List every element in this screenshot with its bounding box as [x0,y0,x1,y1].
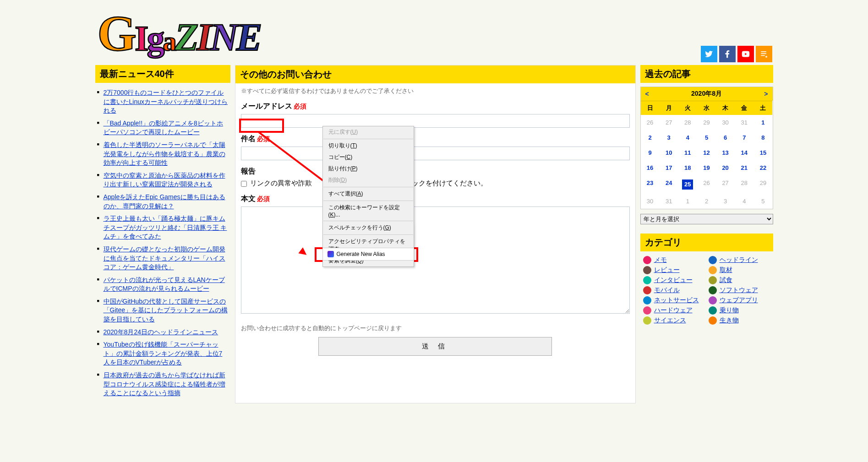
category-item[interactable]: レビュー [643,266,705,274]
category-dot-icon [709,306,717,315]
ctx-generate-alias[interactable]: Generate New Alias [322,248,414,261]
news-link[interactable]: 中国がGitHubの代替として国産サービスの「Gitee」を基にしたプラットフォ… [104,298,228,323]
ctx-search-keyword[interactable]: この検索にキーワードを設定(K)... [323,202,414,220]
category-item[interactable]: モバイル [643,286,705,294]
category-item[interactable]: ハードウェア [643,306,705,315]
cal-day-next: 4 [735,194,753,209]
cal-day: 30 [641,194,660,209]
news-link[interactable]: パケットの流れが光って見えるLANケーブルでICMPの流れが見られるムービー [104,276,225,293]
cal-dow: 木 [716,101,735,115]
month-select[interactable]: 年と月を選択 [640,214,773,224]
cal-day[interactable]: 1 [753,115,772,130]
cal-day[interactable]: 6 [716,130,735,145]
cal-day[interactable]: 23 [641,175,660,194]
news-item: パケットの流れが光って見えるLANケーブルでICMPの流れが見られるムービー [97,274,229,295]
news-link[interactable]: 2万7000行ものコードをひとつのファイルに書いたLinuxカーネルパッチが送り… [104,89,228,114]
youtube-icon[interactable] [737,46,754,62]
cal-day: 29 [753,175,772,194]
cal-day[interactable]: 10 [660,145,678,160]
news-item: 日本政府が過去の過ちから学ばなければ新型コロナウイルス感染症による犠牲者が増える… [97,369,229,400]
site-logo[interactable]: GIgaZINE [91,0,778,65]
cal-day[interactable]: 7 [735,130,753,145]
email-input[interactable] [241,114,630,128]
category-header: カテゴリ [640,234,773,251]
cal-day[interactable]: 25 [678,175,697,194]
cal-dow: 水 [697,101,716,115]
category-item[interactable]: ウェブアプリ [709,296,770,304]
cal-day[interactable]: 2 [641,130,660,145]
news-link[interactable]: 2020年8月24日のヘッドラインニュース [104,328,218,336]
category-dot-icon [643,276,651,284]
cal-day[interactable]: 24 [660,175,678,194]
cal-month-label: 2020年8月 [691,90,722,98]
cal-day-prev: 30 [716,115,735,130]
ctx-select-all[interactable]: すべて選択(A) [323,188,414,200]
category-label: ソフトウェア [720,286,758,294]
cal-day[interactable]: 15 [753,145,772,160]
svg-rect-2 [761,55,764,56]
form-disclaimer: ※すべてに必ず返信するわけではありませんのでご了承ください [241,87,630,95]
category-item[interactable]: 生き物 [709,316,770,325]
category-label: ハードウェア [654,306,693,315]
ranking-icon[interactable] [756,46,772,62]
cal-day[interactable]: 14 [735,145,753,160]
cal-day[interactable]: 8 [753,130,772,145]
ctx-paste[interactable]: 貼り付け(P) [323,163,414,174]
category-item[interactable]: ソフトウェア [709,286,770,294]
news-link[interactable]: 現代ゲームの礎となった初期のゲーム開発に焦点を当てたドキュメンタリー「ハイスコア… [104,245,225,271]
cal-day[interactable]: 11 [678,145,697,160]
cal-dow: 土 [753,101,772,115]
cal-day[interactable]: 22 [753,160,772,175]
cal-day[interactable]: 9 [641,145,660,160]
subject-label: 件名 [241,134,256,144]
cal-day[interactable]: 16 [641,160,660,175]
cal-day[interactable]: 12 [697,145,716,160]
report-checkbox[interactable] [241,181,247,187]
cal-day-prev: 27 [660,115,678,130]
ctx-spellcheck[interactable]: スペルチェックを行う(G) [323,222,414,234]
subject-input[interactable] [241,147,630,160]
news-item: 中国がGitHubの代替として国産サービスの「Gitee」を基にしたプラットフォ… [97,295,229,326]
ctx-delete[interactable]: 削除(D) [323,174,414,186]
ctx-cut[interactable]: 切り取り(T) [323,140,414,152]
category-dot-icon [643,256,651,264]
category-item[interactable]: インタビュー [643,276,705,284]
twitter-icon[interactable] [701,46,717,62]
news-link[interactable]: YouTubeの投げ銭機能「スーパーチャット」の累計金額ランキングが発表、上位7… [104,341,223,366]
news-link[interactable]: 空気中の窒素と原油から医薬品の材料を作り出す新しい窒素固定法が開発される [104,172,225,188]
cal-day[interactable]: 5 [697,130,716,145]
category-item[interactable]: ヘッドライン [709,256,770,264]
category-item[interactable]: メモ [643,256,705,264]
email-label: メールアドレス [241,102,292,111]
facebook-icon[interactable] [719,46,736,62]
cal-day-prev: 31 [735,115,753,130]
cal-dow: 金 [735,101,753,115]
cal-day[interactable]: 13 [716,145,735,160]
cal-next[interactable]: > [764,90,768,98]
category-label: サイエンス [654,316,686,325]
news-link[interactable]: 日本政府が過去の過ちから学ばなければ新型コロナウイルス感染症による犠牲者が増える… [104,371,225,397]
cal-day[interactable]: 19 [697,160,716,175]
ctx-copy[interactable]: コピー(C) [323,152,414,163]
category-item[interactable]: ネットサービス [643,296,705,304]
news-link[interactable]: 着色した半透明のソーラーパネルで「太陽光発電をしながら作物を栽培する」農業の効率… [104,141,225,166]
cal-day[interactable]: 4 [678,130,697,145]
submit-button[interactable]: 送 信 [318,337,551,356]
body-textarea[interactable] [241,207,630,314]
cal-day[interactable]: 18 [678,160,697,175]
category-item[interactable]: 取材 [709,266,770,274]
report-label: 報告 [241,167,256,176]
ctx-undo[interactable]: 元に戻す(U) [323,126,414,138]
cal-day[interactable]: 20 [716,160,735,175]
cal-day[interactable]: 3 [660,130,678,145]
category-item[interactable]: サイエンス [643,316,705,325]
category-item[interactable]: 試食 [709,276,770,284]
svg-rect-0 [761,51,766,52]
cal-prev[interactable]: < [645,90,649,98]
news-link[interactable]: Appleを訴えたEpic Gamesに勝ち目はあるのか、専門家の見解は？ [104,193,225,210]
cal-day[interactable]: 21 [735,160,753,175]
cal-day[interactable]: 17 [660,160,678,175]
news-link[interactable]: ラ王史上最も太い「踊る極太麺」に豚キムチスープがガッツリと絡む「日清豚ラ王 キム… [104,215,227,240]
category-item[interactable]: 乗り物 [709,306,770,315]
news-link[interactable]: 「Bad Apple!!」の影絵アニメを8ビットホビーパソコンで再現したムービー [104,120,223,136]
